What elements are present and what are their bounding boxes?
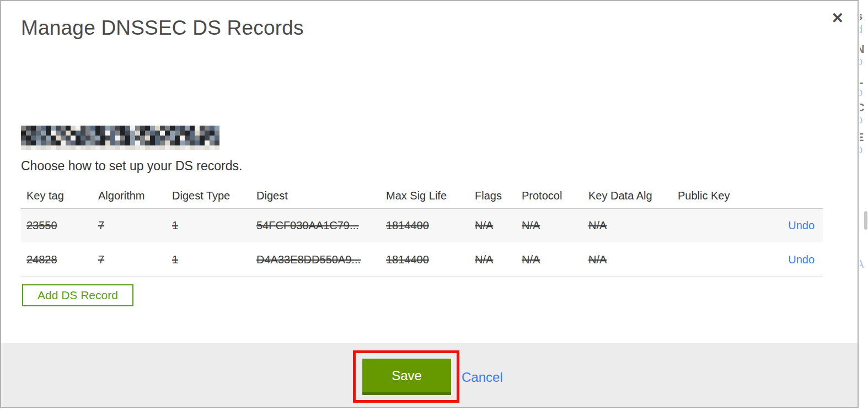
cancel-link[interactable]: Cancel bbox=[462, 370, 503, 385]
table-cell: N/A bbox=[469, 253, 516, 266]
redacted-domain-name bbox=[21, 126, 219, 150]
table-cell: 7 bbox=[93, 253, 167, 266]
table-cell: D4A33E8DD550A9... bbox=[251, 253, 381, 266]
undo-cell: Undo bbox=[749, 253, 823, 266]
background-text-fragment: C bbox=[860, 101, 864, 114]
intro-text: Choose how to set up your DS records. bbox=[21, 159, 242, 174]
close-icon[interactable]: ✕ bbox=[831, 11, 844, 26]
table-body: 235507154FCF030AA1C79...1814400N/AN/AN/A… bbox=[21, 209, 823, 277]
table-column-header: Key tag bbox=[21, 190, 93, 202]
table-cell: 1 bbox=[167, 253, 251, 266]
table-cell: 1814400 bbox=[381, 219, 469, 232]
table-cell: 23550 bbox=[21, 219, 93, 232]
background-text-fragment: o bbox=[860, 143, 862, 156]
background-text-fragment: A bbox=[860, 258, 864, 271]
add-ds-record-button[interactable]: Add DS Record bbox=[22, 284, 133, 306]
table-row: 235507154FCF030AA1C79...1814400N/AN/AN/A… bbox=[21, 209, 823, 242]
modal-title: Manage DNSSEC DS Records bbox=[21, 17, 304, 40]
mosaic-row bbox=[21, 126, 219, 131]
undo-link[interactable]: Undo bbox=[788, 219, 815, 231]
table-cell: N/A bbox=[516, 219, 583, 232]
manage-dnssec-modal: Manage DNSSEC DS Records ✕ Choose how to… bbox=[0, 0, 859, 408]
table-header-row: Key tagAlgorithmDigest TypeDigestMax Sig… bbox=[21, 183, 823, 209]
background-text-fragment: E bbox=[860, 131, 864, 144]
table-cell: 1 bbox=[167, 219, 251, 232]
table-cell: 7 bbox=[93, 219, 167, 232]
background-text-fragment: o bbox=[860, 86, 862, 99]
table-cell: N/A bbox=[516, 253, 583, 266]
table-cell: 24828 bbox=[21, 253, 93, 266]
table-cell: N/A bbox=[583, 253, 672, 266]
background-text-fragment: d bbox=[860, 23, 862, 36]
table-column-header: Key Data Alg bbox=[583, 190, 672, 202]
ds-records-table: Key tagAlgorithmDigest TypeDigestMax Sig… bbox=[21, 183, 823, 277]
table-column-header: Max Sig Life bbox=[381, 190, 469, 202]
background-text-fragment: o bbox=[860, 55, 862, 68]
table-column-header: Flags bbox=[469, 190, 516, 202]
mosaic-row bbox=[21, 131, 219, 136]
undo-cell: Undo bbox=[749, 219, 823, 232]
page-scrollbar-thumb[interactable] bbox=[864, 211, 867, 230]
mosaic-row bbox=[21, 145, 219, 150]
background-text-fragment: s bbox=[860, 10, 862, 23]
table-row: 2482871D4A33E8DD550A9...1814400N/AN/AN/A… bbox=[21, 242, 823, 277]
table-column-header: Digest Type bbox=[167, 190, 251, 202]
background-page-strip: sdNoLoCoEoA bbox=[860, 0, 868, 411]
background-text-fragment: L bbox=[860, 74, 863, 86]
table-cell: N/A bbox=[583, 219, 672, 232]
table-column-header: Digest bbox=[251, 190, 381, 202]
table-cell: N/A bbox=[469, 219, 516, 232]
save-button[interactable]: Save bbox=[362, 359, 451, 395]
table-column-header: Public Key bbox=[672, 190, 749, 202]
undo-link[interactable]: Undo bbox=[788, 253, 815, 266]
background-text-fragment: o bbox=[860, 113, 862, 126]
table-cell: 1814400 bbox=[381, 253, 469, 266]
mosaic-row bbox=[21, 140, 219, 145]
table-column-header: Protocol bbox=[516, 190, 583, 202]
mosaic-row bbox=[21, 136, 219, 140]
background-text-fragment: N bbox=[860, 43, 864, 56]
table-cell: 54FCF030AA1C79... bbox=[251, 219, 381, 232]
table-column-header: Algorithm bbox=[93, 190, 167, 202]
